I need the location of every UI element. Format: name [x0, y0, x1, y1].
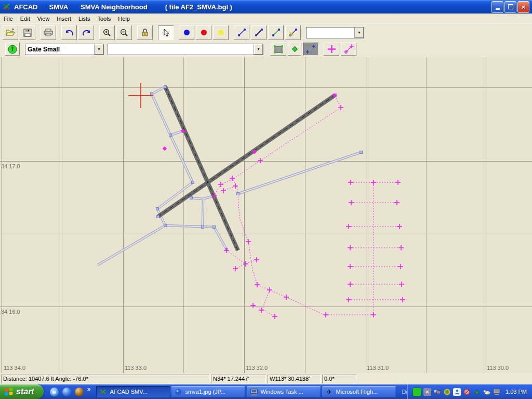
taxiway-node	[360, 151, 363, 154]
menu-insert[interactable]: Insert	[53, 15, 75, 23]
title-airport-id: SMVA	[49, 3, 69, 11]
object-type-value	[307, 28, 354, 38]
taskbar-button-windows-task[interactable]: Windows Task ...	[247, 386, 321, 397]
taskbar-button-afcad[interactable]: AFCAD SMV...	[96, 386, 170, 397]
printer-icon	[44, 29, 53, 36]
taskbar-button-flight-sim[interactable]: ✈ Microsoft Fligh...	[322, 386, 396, 397]
taskbar-clock: 1:03 PM	[506, 389, 527, 395]
add-parking-button[interactable]	[324, 43, 339, 56]
blue-sphere-icon[interactable]	[62, 388, 71, 396]
minimize-button[interactable]	[491, 1, 503, 13]
taxiway-node	[190, 197, 193, 200]
print-button[interactable]	[41, 25, 56, 40]
status-latitude: N34* 17.2447'	[211, 375, 266, 383]
close-button[interactable]: ×	[517, 1, 529, 13]
afcad-task-icon	[99, 388, 107, 396]
taxiway-fill	[170, 131, 183, 135]
taxiway-node	[202, 226, 204, 229]
longitude-grid-label: 113 32.0	[246, 365, 268, 371]
lock-button[interactable]	[137, 25, 153, 40]
title-airport-name: SMVA Neighborhood	[81, 3, 148, 11]
menu-edit[interactable]: Edit	[17, 15, 34, 23]
node-tool-button[interactable]	[288, 43, 301, 56]
taxiway-node	[157, 216, 159, 218]
save-button[interactable]	[20, 25, 35, 40]
status-longitude: W113* 30.4138'	[268, 375, 321, 383]
open-button[interactable]	[3, 25, 18, 40]
red-dot-icon	[201, 30, 207, 35]
pointer-tool-button[interactable]	[158, 25, 174, 40]
open-folder-icon	[6, 29, 15, 36]
zoom-out-button[interactable]	[116, 25, 132, 40]
taxiway-fill	[152, 87, 227, 249]
yellow-dot-icon	[218, 30, 224, 35]
latitude-grid-label: 34 17.0	[1, 163, 20, 169]
redo-arrow-icon	[82, 29, 91, 36]
taxiway-node	[151, 93, 153, 96]
network-monitors-tray-icon[interactable]	[433, 388, 441, 396]
menu-help[interactable]: Help	[114, 15, 134, 23]
menu-bar: File Edit View Insert Lists Tools Help	[0, 14, 532, 23]
quick-launch-overflow-chevron-icon[interactable]: »	[87, 384, 91, 393]
task-label: Microsoft Fligh...	[336, 389, 378, 395]
windows-update-tray-icon[interactable]	[443, 388, 451, 396]
internet-explorer-icon[interactable]: e	[50, 388, 59, 396]
dashed-path-icon	[305, 44, 316, 54]
gate-type-combobox[interactable]: Gate Small ▼	[25, 44, 104, 55]
parking-toolbar: Gate Small ▼ ▼	[0, 41, 532, 57]
airport-map-drawing[interactable]: 34 17.034 16.0113 34.0113 33.0113 32.011…	[0, 57, 532, 373]
green-status-tray-icon[interactable]	[413, 388, 421, 396]
object-type-combobox[interactable]: ▼	[306, 27, 364, 38]
taxiway-node	[213, 226, 216, 229]
green-line-tool-button[interactable]	[268, 25, 284, 40]
path-edit-tool-button[interactable]	[303, 43, 318, 56]
messenger-tray-icon[interactable]	[453, 388, 461, 396]
title-file-name: ( file AF2_SMVA.bgl )	[165, 3, 232, 11]
longitude-grid-label: 113 33.0	[125, 365, 147, 371]
menu-view[interactable]: View	[34, 15, 54, 23]
yellow-point-tool-button[interactable]	[213, 25, 229, 40]
start-button[interactable]: start	[0, 384, 44, 399]
computer-icon	[250, 388, 258, 396]
apron-line-tool-button[interactable]	[251, 25, 267, 40]
taxiway-line-tool-button[interactable]	[234, 25, 249, 40]
green-circle-arrow-icon	[8, 45, 17, 54]
apron-select-button[interactable]	[271, 43, 286, 56]
windows-taskbar: start e » AFCAD SMV... smva1.jpg (JP...	[0, 384, 532, 399]
menu-file[interactable]: File	[0, 15, 17, 23]
media-sphere-icon[interactable]	[75, 388, 84, 396]
red-point-tool-button[interactable]	[196, 25, 211, 40]
floppy-disk-icon	[23, 29, 32, 37]
taskbar-button-smva1-jpg[interactable]: smva1.jpg (JP...	[171, 386, 245, 397]
display-settings-tray-icon[interactable]	[493, 388, 500, 396]
undo-button[interactable]	[61, 25, 77, 40]
zoom-in-button[interactable]	[99, 25, 115, 40]
taxiway-node	[164, 224, 167, 227]
airplane-icon: ✈	[325, 388, 333, 396]
redo-button[interactable]	[78, 25, 94, 40]
longitude-grid-label: 113 31.0	[367, 365, 389, 371]
gate-name-value	[108, 44, 254, 55]
green-diamond-icon	[291, 46, 298, 52]
magenta-line-plus-icon	[344, 44, 354, 54]
parking-line-button[interactable]	[341, 43, 356, 56]
mouse-settings-tray-icon[interactable]	[483, 388, 490, 396]
menu-lists[interactable]: Lists	[75, 15, 94, 23]
menu-tools[interactable]: Tools	[94, 15, 115, 23]
blue-point-tool-button[interactable]	[179, 25, 194, 40]
volume-muted-tray-icon[interactable]	[463, 388, 471, 396]
dropdown-arrow-icon[interactable]: ▼	[354, 28, 364, 38]
removable-device-tray-icon[interactable]	[473, 388, 481, 396]
ati-settings-tray-icon[interactable]: ✕	[423, 388, 431, 396]
gate-name-combobox[interactable]: ▼	[108, 44, 263, 55]
gate-type-value: Gate Small	[25, 44, 94, 55]
cut-line-tool-button[interactable]	[285, 25, 301, 40]
jump-to-button[interactable]	[5, 43, 20, 56]
dropdown-arrow-icon[interactable]: ▼	[254, 44, 263, 55]
longitude-grid-label: 113 30.0	[487, 365, 509, 371]
title-bar[interactable]: AFCAD SMVA SMVA Neighborhood ( file AF2_…	[0, 0, 532, 14]
dropdown-arrow-icon[interactable]: ▼	[94, 44, 103, 55]
airport-map-canvas[interactable]: 34 17.034 16.0113 34.0113 33.0113 32.011…	[0, 57, 532, 373]
taxiway-node	[156, 208, 159, 210]
restore-button[interactable]	[504, 1, 516, 13]
